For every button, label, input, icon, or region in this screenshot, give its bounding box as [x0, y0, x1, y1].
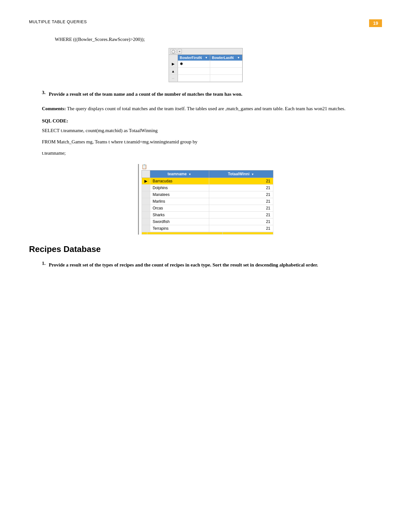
row-indicator-cell [142, 185, 150, 191]
team-name-cell: Barracudas [150, 178, 209, 185]
table-row: Sharks21 [142, 212, 273, 218]
empty-row-indicator [142, 232, 147, 235]
team-name-cell: Orcas [150, 205, 209, 212]
row-indicator-cell [142, 225, 150, 232]
sql-line-2: FROM Match_Games mg, Teams t where t.tea… [42, 138, 382, 146]
table-row: Dolphins21 [142, 185, 273, 191]
data-cell-r2c2 [210, 68, 242, 74]
comments-label: Comments: [42, 106, 66, 111]
page-section-title: MULTIPLE TABLE QUERIES [29, 19, 87, 24]
total-winning-cell: 21 [209, 191, 273, 198]
result-table-empty-row [142, 232, 273, 235]
total-winning-cell: 21 [209, 178, 273, 185]
comments-paragraph: Comments: The query displays count of to… [42, 104, 382, 113]
where-clause-text: WHERE (((Bowler_Scores.RawScore)>200)); [55, 37, 382, 42]
recipes-question-1-block: 1. Provide a result set of the types of … [42, 261, 382, 269]
total-winning-cell: 21 [209, 185, 273, 191]
table-row: Orcas21 [142, 205, 273, 212]
col-header-row-indicator [142, 170, 150, 178]
row-indicator-cell: ▶ [142, 178, 150, 185]
data-cell-r3c1 [178, 75, 210, 82]
table-row: Swordfish21 [142, 218, 273, 225]
team-name-cell: Terrapins [150, 225, 209, 232]
table-row: Marlins21 [142, 198, 273, 205]
total-winning-cell: 21 [209, 198, 273, 205]
recipes-q1-text: Provide a result set of the types of rec… [49, 261, 382, 269]
question-3-text: Provide a result set of the team name an… [49, 90, 382, 99]
toolbar-btn-chevron[interactable]: « [178, 49, 182, 54]
small-query-grid: ◯ « BowlerFirstN ▼ BowlerLastN ▼ [169, 48, 243, 82]
sql-code-label: SQL CODE: [42, 118, 382, 124]
team-name-cell: Manatees [150, 191, 209, 198]
recipes-database-heading: Recipes Database [29, 244, 382, 254]
result-table-wrapper: 📋 teamname ▼ TotaalWinni ▼ ▶Barracudas21… [138, 164, 273, 235]
asterisk-cell: ✱ [178, 61, 210, 67]
row-indicator-cell [142, 198, 150, 205]
result-table: teamname ▼ TotaalWinni ▼ ▶Barracudas21Do… [142, 170, 273, 232]
row-indicator-cell [142, 212, 150, 218]
table-icon: 📋 [142, 164, 273, 169]
row-indicator-cell [142, 205, 150, 212]
question-3-block: 3. Provide a result set of the team name… [42, 90, 382, 99]
col-header-totalwinni: TotaalWinni ▼ [209, 170, 273, 178]
total-winning-cell: 21 [209, 212, 273, 218]
col-header-2: BowlerLastN ▼ [210, 55, 242, 61]
row-selector-icon: ▶ [172, 62, 174, 66]
data-cell-r3c2 [210, 75, 242, 82]
col-header-teamname: teamname ▼ [150, 170, 209, 178]
empty-row-name [147, 232, 223, 235]
empty-row-value [223, 232, 273, 235]
row-indicator-cell [142, 191, 150, 198]
recipes-q1-number: 1. [42, 261, 45, 269]
sql-line-3: t.teamname; [42, 149, 382, 158]
sql-line-1: SELECT t.teamname, count(mg.matchid) as … [42, 126, 382, 135]
table-row: ▶Barracudas21 [142, 178, 273, 185]
table-row: Manatees21 [142, 191, 273, 198]
total-winning-cell: 21 [209, 225, 273, 232]
question-3-number: 3. [42, 90, 45, 99]
data-cell-empty [210, 61, 242, 67]
data-cell-r2c1 [178, 68, 210, 74]
total-winning-cell: 21 [209, 205, 273, 212]
team-name-cell: Sharks [150, 212, 209, 218]
row-dots: ··· [172, 77, 174, 80]
col-header-1: BowlerFirstN ▼ [178, 55, 210, 61]
toolbar-btn-circle[interactable]: ◯ [170, 49, 176, 54]
page-number-box: 19 [369, 19, 382, 27]
team-name-cell: Dolphins [150, 185, 209, 191]
total-winning-cell: 21 [209, 218, 273, 225]
team-name-cell: Swordfish [150, 218, 209, 225]
team-name-cell: Marlins [150, 198, 209, 205]
table-row: Terrapins21 [142, 225, 273, 232]
comments-text: The query displays count of total matche… [67, 106, 346, 111]
row-indicator-cell [142, 218, 150, 225]
row-nav-icon: ▲ [171, 69, 175, 73]
